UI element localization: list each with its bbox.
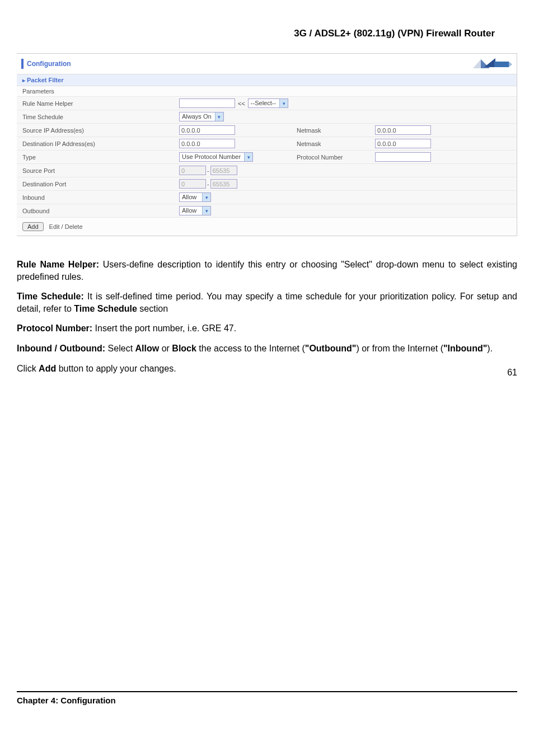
dash: - [207,181,209,187]
section-header: Packet Filter [17,74,517,86]
dest-port-from[interactable] [179,179,206,189]
button-row: Add Edit / Delete [17,218,517,236]
row-time-schedule: Time Schedule Always On ▾ [17,110,517,124]
dest-port-label: Destination Port [22,181,179,187]
dest-netmask-input[interactable] [375,139,431,148]
source-port-from[interactable] [179,166,206,175]
type-label: Type [22,154,179,161]
time-schedule-ref: Time Schedule [74,304,137,313]
doc-title: 3G / ADSL2+ (802.11g) (VPN) Firewall Rou… [17,28,517,39]
source-port-to[interactable] [210,166,237,175]
time-schedule-dropdown[interactable]: Always On ▾ [179,112,224,121]
row-outbound: Outbound Allow ▾ [17,204,517,218]
chapter-label: Chapter 4: Configuration [17,696,116,705]
accent-bar [21,59,24,69]
rule-name-helper-term: Rule Name Helper: [17,260,99,269]
chevron-down-icon: ▾ [202,193,210,201]
rule-select-value: --Select-- [249,99,279,107]
time-schedule-term: Time Schedule: [17,292,84,301]
inbound-dropdown[interactable]: Allow ▾ [179,192,211,202]
header-logo [473,57,512,71]
source-netmask-label: Netmask [297,127,375,134]
inbound-value: Allow [180,193,202,201]
body-text: Rule Name Helper: Users-define descripti… [17,259,517,374]
outbound-value: Allow [180,206,202,215]
protocol-number-desc: Insert the port number, i.e. GRE 47. [92,323,236,333]
svg-marker-0 [473,59,481,68]
edit-delete-link[interactable]: Edit / Delete [49,223,83,230]
panel-title: Configuration [27,60,71,68]
dash: - [207,167,209,174]
protocol-number-input[interactable] [375,152,431,162]
source-ip-label: Source IP Address(es) [22,127,179,134]
dest-port-to[interactable] [210,179,237,189]
parameters-label: Parameters [22,88,179,95]
dest-ip-input[interactable] [179,139,235,148]
rule-name-label: Rule Name Helper [22,100,179,107]
time-schedule-desc2: section [137,304,168,313]
svg-marker-4 [509,62,512,67]
inbound-outbound-term: Inbound / Outbound: [17,344,105,353]
row-source-ip: Source IP Address(es) Netmask [17,124,517,137]
protocol-number-label: Protocol Number [297,154,375,161]
row-dest-port: Destination Port - [17,177,517,191]
protocol-number-term: Protocol Number: [17,323,92,333]
time-schedule-label: Time Schedule [22,114,179,120]
parameters-row: Parameters [17,86,517,97]
rule-name-input[interactable] [179,98,235,108]
svg-rect-3 [494,62,509,67]
chevron-down-icon: ▾ [202,206,210,215]
row-rule-name: Rule Name Helper << --Select-- ▾ [17,97,517,110]
page-footer: Chapter 4: Configuration [17,691,517,705]
config-panel: Configuration Packet Filter Parameters R… [17,53,517,236]
type-value: Use Protocol Number [180,153,244,161]
outbound-label: Outbound [22,208,179,214]
row-type: Type Use Protocol Number ▾ Protocol Numb… [17,151,517,164]
dest-netmask-label: Netmask [297,140,375,147]
source-port-label: Source Port [22,167,179,174]
source-ip-input[interactable] [179,125,235,135]
inbound-label: Inbound [22,194,179,201]
chevron-down-icon: ▾ [244,153,252,161]
chevron-down-icon: ▾ [279,99,288,107]
type-dropdown[interactable]: Use Protocol Number ▾ [179,152,253,162]
time-schedule-value: Always On [180,112,215,121]
dest-ip-label: Destination IP Address(es) [22,140,179,147]
add-button[interactable]: Add [22,222,44,231]
row-dest-ip: Destination IP Address(es) Netmask [17,137,517,151]
panel-header: Configuration [17,54,517,74]
source-netmask-input[interactable] [375,125,431,135]
outbound-dropdown[interactable]: Allow ▾ [179,206,211,215]
helper-arrow: << [236,100,247,107]
rule-select-dropdown[interactable]: --Select-- ▾ [248,98,288,108]
row-source-port: Source Port - [17,164,517,177]
row-inbound: Inbound Allow ▾ [17,191,517,204]
chevron-down-icon: ▾ [215,112,223,121]
